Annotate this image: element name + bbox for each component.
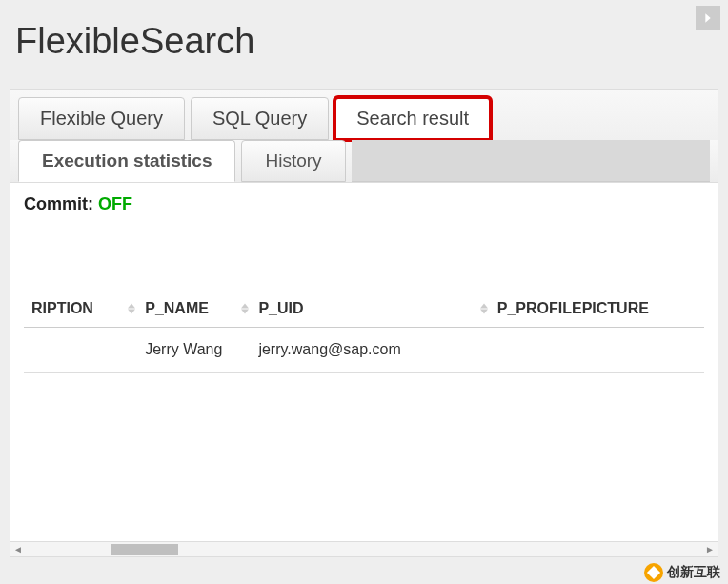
col-label: P_NAME xyxy=(145,300,209,316)
sort-icon xyxy=(480,304,488,314)
tab-search-result[interactable]: Search result xyxy=(334,97,491,140)
cell-p-uid: jerry.wang@sap.com xyxy=(251,328,489,373)
table-row[interactable]: Jerry Wang jerry.wang@sap.com xyxy=(24,328,704,373)
col-p-uid[interactable]: P_UID xyxy=(251,291,489,328)
cell-p-name: Jerry Wang xyxy=(137,328,251,373)
commit-status: Commit: OFF xyxy=(24,194,704,214)
col-p-name[interactable]: P_NAME xyxy=(137,291,251,328)
horizontal-scrollbar[interactable]: ◄ ► xyxy=(10,541,718,556)
cell-p-profilepicture xyxy=(490,328,704,373)
result-table: RIPTION P_NAME P_UID P_PROFILEPICTU xyxy=(24,291,704,373)
tabs-row-secondary: Execution statistics History xyxy=(10,140,718,183)
tab-history[interactable]: History xyxy=(241,140,345,182)
tabs-row-primary: Flexible Query SQL Query Search result xyxy=(10,90,718,140)
tab-execution-statistics[interactable]: Execution statistics xyxy=(18,140,235,182)
cell-ription xyxy=(24,328,137,373)
sort-icon xyxy=(128,304,135,314)
tab-sql-query[interactable]: SQL Query xyxy=(191,97,329,140)
watermark: 创新互联 xyxy=(644,563,720,582)
commit-label: Commit: xyxy=(24,194,93,213)
scroll-right-arrow[interactable]: ► xyxy=(702,542,718,557)
col-label: P_PROFILEPICTURE xyxy=(497,300,649,316)
sort-icon xyxy=(241,304,249,314)
col-label: RIPTION xyxy=(31,300,93,316)
result-table-wrap: RIPTION P_NAME P_UID P_PROFILEPICTU xyxy=(24,291,704,373)
col-p-profilepicture[interactable]: P_PROFILEPICTURE xyxy=(490,291,704,328)
watermark-logo-icon xyxy=(644,563,663,582)
col-ription[interactable]: RIPTION xyxy=(24,291,137,328)
expand-button[interactable] xyxy=(696,6,720,30)
col-label: P_UID xyxy=(258,300,303,316)
scroll-left-arrow[interactable]: ◄ xyxy=(10,542,26,557)
scroll-track[interactable] xyxy=(26,542,702,556)
scroll-thumb[interactable] xyxy=(111,544,178,555)
table-header-row: RIPTION P_NAME P_UID P_PROFILEPICTU xyxy=(24,291,704,328)
page-title: FlexibleSearch xyxy=(0,0,728,79)
commit-value: OFF xyxy=(98,194,132,213)
tabs-spacer xyxy=(352,140,710,182)
watermark-text: 创新互联 xyxy=(667,564,720,581)
tab-flexible-query[interactable]: Flexible Query xyxy=(18,97,185,140)
main-panel: Flexible Query SQL Query Search result E… xyxy=(10,89,718,557)
chevron-right-icon xyxy=(700,10,716,26)
content-area: Commit: OFF RIPTION P_NAME xyxy=(10,183,718,384)
